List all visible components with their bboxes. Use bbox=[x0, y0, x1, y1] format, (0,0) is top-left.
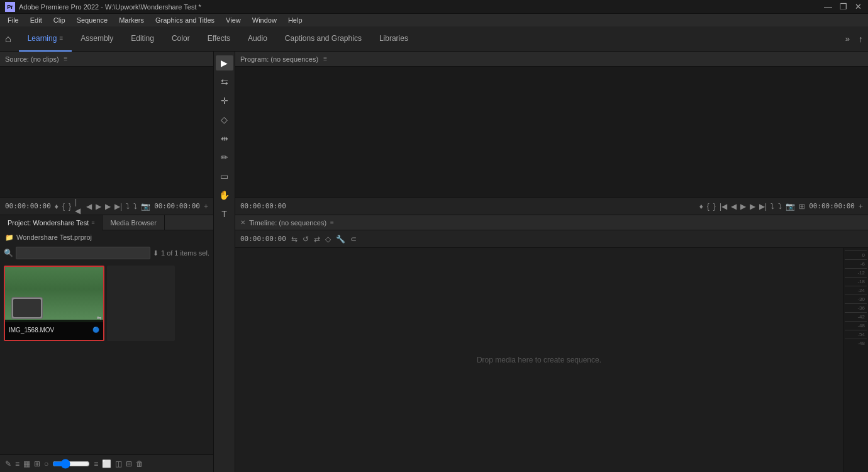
program-ctrl-marker[interactable]: ♦ bbox=[699, 202, 703, 211]
source-ctrl-add[interactable]: + bbox=[204, 202, 208, 211]
tab-assembly[interactable]: Assembly bbox=[72, 26, 122, 52]
title-bar-controls: — ❐ ✕ bbox=[823, 2, 863, 11]
tab-color[interactable]: Color bbox=[163, 26, 199, 52]
minimize-button[interactable]: — bbox=[823, 2, 833, 11]
menu-help[interactable]: Help bbox=[283, 16, 308, 25]
tool-rect[interactable]: ▭ bbox=[216, 169, 233, 184]
project-find-icon[interactable]: ⬜ bbox=[102, 459, 111, 468]
tab-captions-label: Captions and Graphics bbox=[285, 34, 362, 43]
source-ctrl-prev[interactable]: |◀ bbox=[75, 198, 82, 215]
source-ctrl-out[interactable]: } bbox=[69, 202, 71, 211]
menu-window[interactable]: Window bbox=[247, 16, 282, 25]
tool-pen[interactable]: ✏ bbox=[216, 150, 233, 165]
timeline-menu-icon[interactable]: ≡ bbox=[330, 219, 334, 226]
tab-audio[interactable]: Audio bbox=[239, 26, 276, 52]
tool-text[interactable]: T bbox=[216, 206, 233, 222]
tab-learning-menu-icon[interactable]: ≡ bbox=[59, 35, 63, 42]
source-panel-menu[interactable]: ≡ bbox=[64, 55, 68, 62]
program-ctrl-prev[interactable]: |◀ bbox=[720, 202, 727, 211]
project-item[interactable]: ⇆ IMG_1568.MOV 🔵 bbox=[4, 266, 104, 341]
project-bins-icon[interactable]: ◫ bbox=[115, 459, 122, 468]
project-delete-icon[interactable]: 🗑 bbox=[136, 459, 143, 468]
tool-move[interactable]: ✛ bbox=[216, 93, 233, 108]
tab-editing[interactable]: Editing bbox=[122, 26, 163, 52]
source-timecode-left: 00:00:00:00 bbox=[5, 202, 51, 210]
timeline-tool-magnet[interactable]: ⊂ bbox=[350, 235, 357, 244]
program-ctrl-out[interactable]: } bbox=[713, 202, 716, 211]
program-ctrl-add[interactable]: + bbox=[859, 202, 863, 211]
project-tab-menu-icon[interactable]: ≡ bbox=[91, 220, 94, 226]
project-sort-icon[interactable]: ○ bbox=[44, 459, 48, 468]
program-ctrl-forward[interactable]: ▶ bbox=[750, 202, 755, 211]
maximize-button[interactable]: ❐ bbox=[838, 2, 849, 11]
menu-graphics-titles[interactable]: Graphics and Titles bbox=[150, 16, 220, 25]
timeline-body: Drop media here to create sequence. 0 -6… bbox=[235, 248, 868, 472]
export-icon[interactable]: ↑ bbox=[859, 34, 863, 44]
program-ctrl-insert[interactable]: ⤵ bbox=[771, 202, 774, 211]
menu-sequence[interactable]: Sequence bbox=[72, 16, 113, 25]
timeline-tool-wrench[interactable]: 🔧 bbox=[336, 235, 345, 244]
menu-clip[interactable]: Clip bbox=[48, 16, 70, 25]
import-icon[interactable]: ⬇ bbox=[153, 249, 159, 257]
menu-markers[interactable]: Markers bbox=[114, 16, 149, 25]
home-icon[interactable]: ⌂ bbox=[5, 33, 11, 45]
source-ctrl-overwrite[interactable]: ⤵ bbox=[133, 202, 137, 211]
timeline-tool-ripple[interactable]: ⇄ bbox=[314, 235, 320, 244]
menu-file[interactable]: File bbox=[3, 16, 24, 25]
project-icon-view-icon[interactable]: ▦ bbox=[23, 459, 30, 468]
thumb-background: ⇆ bbox=[5, 267, 103, 322]
program-ctrl-camera[interactable]: 📷 bbox=[786, 202, 795, 211]
tool-razor[interactable]: ◇ bbox=[216, 112, 233, 127]
program-ctrl-overwrite[interactable]: ⤵ bbox=[778, 202, 782, 211]
source-ctrl-next[interactable]: ▶| bbox=[114, 202, 122, 211]
program-panel-title: Program: (no sequences) bbox=[240, 55, 318, 63]
source-ctrl-in[interactable]: { bbox=[62, 202, 65, 211]
timeline-tool-undo[interactable]: ↺ bbox=[303, 235, 309, 244]
tab-captions[interactable]: Captions and Graphics bbox=[276, 26, 370, 52]
search-icon: 🔍 bbox=[4, 249, 13, 257]
menu-view[interactable]: View bbox=[221, 16, 246, 25]
menu-edit[interactable]: Edit bbox=[25, 16, 47, 25]
timeline-tool-inout[interactable]: ⇆ bbox=[291, 235, 298, 244]
close-button[interactable]: ✕ bbox=[854, 2, 863, 11]
program-ctrl-in[interactable]: { bbox=[707, 202, 709, 211]
project-tab-label: Project: Wondershare Test bbox=[8, 219, 89, 227]
program-ctrl-next[interactable]: ▶| bbox=[759, 202, 767, 211]
items-count: 1 of 1 items sel. bbox=[161, 249, 209, 257]
search-input[interactable] bbox=[16, 247, 150, 259]
tab-learning[interactable]: Learning ≡ bbox=[19, 26, 72, 52]
source-ctrl-marker[interactable]: ♦ bbox=[55, 202, 58, 211]
source-ctrl-forward[interactable]: ▶ bbox=[105, 202, 111, 211]
project-tab-project[interactable]: Project: Wondershare Test ≡ bbox=[0, 215, 103, 230]
project-freeform-icon[interactable]: ⊞ bbox=[34, 459, 40, 468]
program-panel-footer: 00:00:00:00 ♦ { } |◀ ◀ ▶ ▶ ▶| ⤵ ⤵ 📷 ⊞ 00… bbox=[235, 197, 868, 215]
zoom-slider[interactable] bbox=[52, 459, 90, 469]
nav-left: ⌂ Learning ≡ Assembly Editing Color Effe… bbox=[5, 26, 417, 52]
program-ctrl-play[interactable]: ▶ bbox=[740, 202, 746, 211]
timeline-close-button[interactable]: ✕ bbox=[240, 219, 245, 226]
project-list-view-icon[interactable]: ≡ bbox=[15, 459, 19, 468]
project-automate-icon[interactable]: ≡ bbox=[94, 459, 98, 468]
project-tab-media-browser[interactable]: Media Browser bbox=[103, 215, 164, 230]
source-ctrl-insert[interactable]: ⤵ bbox=[126, 202, 130, 211]
nav-more-button[interactable]: » bbox=[842, 33, 854, 45]
tab-libraries-label: Libraries bbox=[379, 34, 408, 43]
project-folder-row: 📁 Wondershare Test.prproj bbox=[0, 230, 213, 244]
project-footer: ✎ ≡ ▦ ⊞ ○ ≡ ⬜ ◫ ⊟ 🗑 bbox=[0, 454, 213, 472]
tool-ripple[interactable]: ⇹ bbox=[216, 131, 233, 146]
program-panel-menu[interactable]: ≡ bbox=[323, 55, 327, 62]
program-ctrl-extra[interactable]: ⊞ bbox=[799, 202, 805, 211]
timeline-tool-razor[interactable]: ◇ bbox=[325, 235, 331, 244]
program-ctrl-rewind[interactable]: ◀ bbox=[731, 202, 737, 211]
tool-hand[interactable]: ✋ bbox=[216, 188, 233, 203]
tool-arrow-inout[interactable]: ⇆ bbox=[216, 74, 233, 89]
source-ctrl-play[interactable]: ▶ bbox=[96, 202, 101, 211]
source-ctrl-camera[interactable]: 📷 bbox=[141, 202, 150, 211]
tab-libraries[interactable]: Libraries bbox=[370, 26, 417, 52]
meter-tick-24: -24 bbox=[845, 286, 867, 295]
project-new-bin-icon[interactable]: ⊟ bbox=[126, 459, 132, 468]
tool-select[interactable]: ▶ bbox=[216, 55, 233, 70]
tab-effects[interactable]: Effects bbox=[199, 26, 239, 52]
source-ctrl-rewind[interactable]: ◀ bbox=[86, 202, 92, 211]
project-new-item-icon[interactable]: ✎ bbox=[5, 459, 11, 468]
